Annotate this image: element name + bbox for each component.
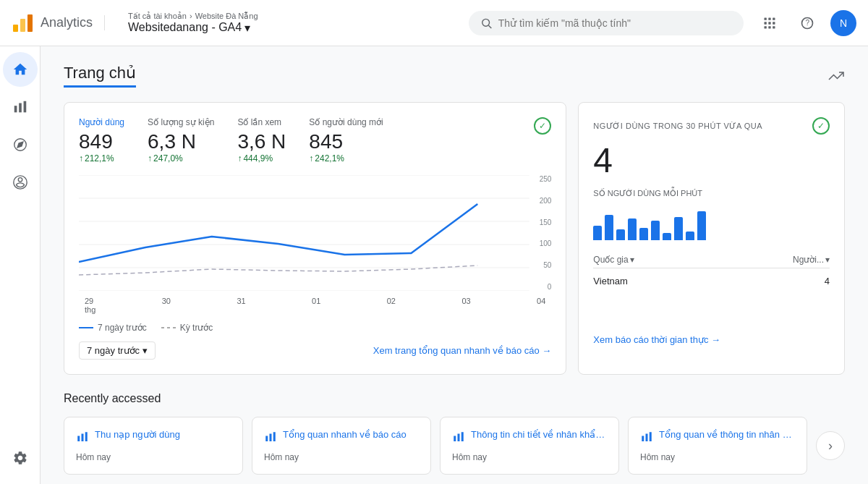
page-title-row: Trang chủ [64, 64, 845, 88]
dropdown-arrow-icon: ▾ [244, 21, 250, 35]
svg-rect-13 [773, 26, 775, 28]
sidebar-item-reports[interactable] [3, 90, 38, 124]
metric-users-label: Người dùng [79, 117, 124, 127]
header: Analytics Tất cả tài khoản › Website Đà … [0, 0, 868, 46]
metric-events-change: 247,0% [148, 153, 214, 164]
page-title: Trang chủ [64, 64, 136, 88]
svg-rect-2 [27, 14, 33, 32]
legend-current: 7 ngày trước [79, 323, 147, 333]
sidebar-item-explore[interactable] [3, 127, 38, 162]
realtime-check-icon: ✓ [812, 117, 830, 135]
verified-check-icon: ✓ [534, 117, 551, 135]
header-actions: ? N [755, 9, 856, 38]
metric-views-label: Số lần xem [237, 117, 286, 127]
speaker-icon [12, 174, 28, 190]
svg-rect-27 [77, 436, 80, 442]
recent-card-3[interactable]: Tổng quan về thông tin nhân kh... Hôm na… [628, 417, 807, 475]
period-selector[interactable]: 7 ngày trước ▾ [79, 341, 156, 360]
mini-bar-3 [616, 229, 625, 240]
recent-card-2[interactable]: Thông tin chi tiết về nhân khẩu ... Hôm … [440, 417, 619, 475]
recent-card-1[interactable]: Tổng quan nhanh về báo cáo Hôm nay [252, 417, 431, 475]
user-avatar[interactable]: N [830, 10, 856, 36]
recent-card-header-3: Tổng quan về thông tin nhân kh... [640, 429, 795, 446]
sidebar-item-advertising[interactable] [3, 165, 38, 200]
recent-card-icon-0 [76, 430, 89, 446]
recent-cards-next-button[interactable]: › [816, 431, 845, 460]
chart-legend: 7 ngày trước Kỳ trước [79, 323, 551, 333]
recent-card-date-0: Hôm nay [76, 452, 231, 462]
svg-rect-16 [14, 106, 17, 112]
svg-point-3 [482, 19, 490, 26]
recent-card-title-0: Thu nạp người dùng [95, 429, 180, 440]
stats-card-footer: 7 ngày trước ▾ Xem trang tổng quan nhanh… [79, 341, 551, 360]
svg-rect-34 [458, 434, 460, 442]
realtime-value: 4 [593, 140, 830, 180]
logo-area: Analytics [12, 12, 116, 35]
svg-rect-9 [768, 22, 770, 24]
search-icon [480, 17, 493, 30]
mini-bar-2 [605, 215, 613, 240]
help-icon: ? [800, 16, 814, 30]
svg-rect-37 [646, 434, 648, 442]
trendline-icon[interactable] [827, 67, 845, 85]
search-box[interactable] [469, 11, 744, 35]
help-button[interactable]: ? [793, 9, 822, 38]
metric-views: Số lần xem 3,6 N 444,9% [237, 117, 286, 164]
metric-new-users-label: Số người dùng mới [309, 117, 383, 127]
search-input[interactable] [498, 17, 732, 29]
metric-new-users-change: 242,1% [309, 153, 383, 164]
svg-rect-36 [642, 436, 644, 442]
metric-views-change: 444,9% [237, 153, 286, 164]
recently-accessed-section: Recently accessed Thu nạp người dùng Hôm… [64, 392, 845, 475]
realtime-card: Người dùng trong 30 phút vừa qua ✓ 4 Số … [578, 102, 845, 375]
compass-icon [12, 137, 28, 153]
recent-card-0[interactable]: Thu nạp người dùng Hôm nay [64, 417, 243, 475]
recent-card-icon-1 [264, 430, 277, 446]
svg-rect-38 [650, 432, 652, 441]
stats-card: Người dùng 849 212,1% Số lượng sự kiện 6… [64, 102, 566, 375]
metric-new-users: Số người dùng mới 845 242,1% [309, 117, 383, 164]
country-col-header[interactable]: Quốc gia ▾ [593, 255, 634, 265]
svg-rect-6 [768, 17, 770, 20]
recent-card-header-2: Thông tin chi tiết về nhân khẩu ... [452, 429, 607, 446]
view-report-link[interactable]: Xem trang tổng quan nhanh về báo cáo → [373, 345, 552, 356]
svg-rect-18 [23, 101, 26, 113]
svg-rect-31 [270, 434, 272, 442]
apps-button[interactable] [755, 9, 784, 38]
legend-line-dashed [161, 327, 176, 328]
svg-marker-20 [17, 142, 23, 148]
svg-rect-11 [765, 26, 767, 28]
svg-rect-7 [773, 17, 775, 20]
legend-line-solid [79, 327, 93, 328]
svg-rect-17 [19, 103, 22, 113]
recent-card-icon-3 [640, 430, 653, 446]
svg-line-4 [488, 25, 491, 28]
recent-card-title-2: Thông tin chi tiết về nhân khẩu ... [471, 429, 607, 440]
realtime-report-link[interactable]: Xem báo cáo thời gian thực → [593, 334, 830, 345]
cards-row: Người dùng 849 212,1% Số lượng sự kiện 6… [64, 102, 845, 375]
account-selector[interactable]: Tất cả tài khoản › Website Đà Nẵng Websi… [128, 12, 258, 35]
mini-bar-5 [639, 228, 648, 241]
settings-icon [12, 450, 28, 466]
realtime-table-row: Vietnam 4 [593, 271, 830, 291]
mini-bar-9 [686, 232, 694, 241]
property-name[interactable]: Websitedanang - GA4 ▾ [128, 21, 258, 35]
main-layout: Trang chủ Người dùng 849 212,1% Số lượng… [0, 46, 868, 484]
sidebar-item-settings[interactable] [3, 441, 38, 475]
recent-card-icon-2 [452, 430, 465, 446]
svg-rect-0 [13, 25, 18, 32]
recent-card-date-1: Hôm nay [264, 452, 419, 462]
mini-bar-8 [674, 217, 683, 241]
svg-rect-29 [85, 432, 88, 441]
recently-accessed-title: Recently accessed [64, 392, 845, 405]
breadcrumb: Tất cả tài khoản › Website Đà Nẵng [128, 12, 258, 21]
sidebar-item-home[interactable] [3, 52, 38, 87]
svg-rect-33 [454, 436, 456, 442]
users-col-header[interactable]: Người... ▾ [793, 255, 830, 265]
recent-card-header-0: Thu nạp người dùng [76, 429, 231, 446]
legend-previous: Kỳ trước [161, 323, 213, 333]
svg-rect-35 [461, 432, 464, 441]
svg-rect-8 [765, 22, 767, 24]
svg-rect-32 [273, 432, 276, 441]
mini-bar-10 [697, 211, 706, 240]
